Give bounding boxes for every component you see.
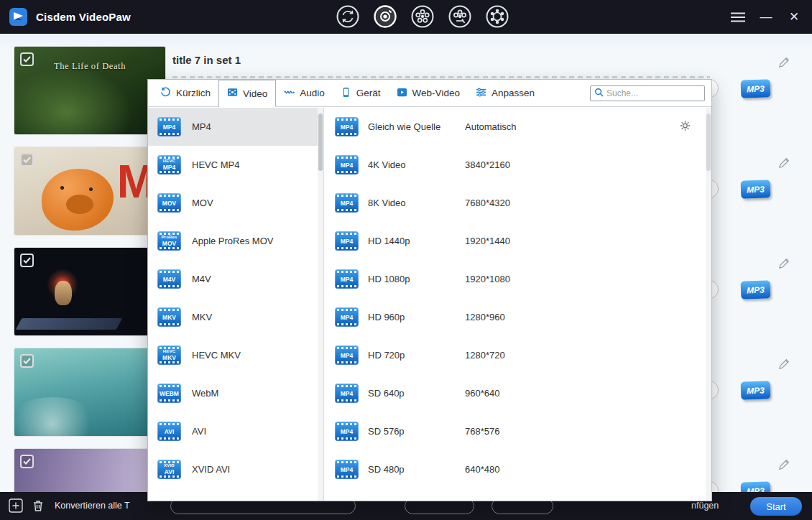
pig-illustration	[42, 169, 114, 231]
format-file-icon: MP4	[335, 345, 359, 365]
resolution-option-720p[interactable]: MP4 HD 720p 1280*720	[324, 336, 711, 374]
scrollbar-track[interactable]	[706, 108, 711, 501]
resolution-option-source[interactable]: MP4 Gleich wie Quelle Automatisch	[324, 108, 711, 146]
container-format-list: MP4 MP4 HEVCMP4 HEVC MP4 MOV MOV ProResM…	[148, 108, 324, 501]
progress-dots	[172, 76, 710, 78]
select-checkbox[interactable]	[20, 354, 34, 368]
format-tab-bar: Kürzlich Video Audio Gerät Web-Video	[148, 80, 711, 107]
format-file-icon: MKV	[157, 307, 181, 327]
format-option-xvid-avi[interactable]: XVIDAVI XVID AVI	[148, 450, 323, 488]
output-format-badge[interactable]: MP3	[741, 381, 771, 399]
tab-video[interactable]: Video	[218, 80, 276, 107]
resolution-option-1080p[interactable]: MP4 HD 1080p 1920*1080	[324, 260, 711, 298]
character-figure	[55, 281, 72, 305]
format-file-icon: HEVCMKV	[157, 345, 181, 365]
app-title: Cisdem VideoPaw	[36, 0, 131, 34]
format-option-mov[interactable]: MOV MOV	[148, 184, 323, 222]
toolbar-mode-icons	[336, 4, 509, 29]
output-format-badge[interactable]: MP3	[741, 180, 771, 198]
video-thumbnail[interactable]	[14, 348, 165, 436]
titlebar: Cisdem VideoPaw	[0, 0, 812, 34]
add-files-label[interactable]: nfügen	[691, 501, 719, 511]
format-file-icon: WEBM	[157, 384, 181, 403]
trash-icon[interactable]	[32, 499, 45, 512]
video-thumbnail[interactable]: M	[14, 147, 165, 235]
audio-icon	[284, 87, 295, 100]
resolution-option-640p[interactable]: MP4 SD 640p 960*640	[324, 374, 711, 412]
format-option-prores-mov[interactable]: ProResMOV Apple ProRes MOV	[148, 222, 323, 260]
format-file-icon: MP4	[335, 422, 359, 441]
settings-gear-icon[interactable]	[679, 119, 691, 134]
edit-pencil-icon[interactable]	[778, 357, 791, 371]
format-lists: MP4 MP4 HEVCMP4 HEVC MP4 MOV MOV ProResM…	[148, 108, 711, 501]
video-thumbnail[interactable]	[14, 248, 165, 335]
tab-anpassen[interactable]: Anpassen	[468, 80, 543, 106]
format-option-mp4[interactable]: MP4 MP4	[148, 108, 323, 146]
edit-pencil-icon[interactable]	[778, 458, 791, 471]
close-button[interactable]: ✕	[786, 9, 802, 25]
select-checkbox[interactable]	[20, 254, 34, 267]
resolution-option-1440p[interactable]: MP4 HD 1440p 1920*1440	[324, 222, 711, 260]
format-file-icon: MP4	[157, 117, 181, 136]
film-reel-dots-icon[interactable]	[485, 4, 509, 29]
scrollbar-thumb[interactable]	[706, 113, 711, 171]
format-option-mkv[interactable]: MKV MKV	[148, 298, 323, 336]
format-file-icon: ProResMOV	[157, 231, 181, 251]
format-file-icon: XVIDAVI	[157, 460, 181, 479]
thumbnail-caption: The Life of Death	[14, 61, 165, 72]
format-file-icon: MP4	[335, 231, 359, 251]
scrollbar-thumb[interactable]	[318, 113, 323, 171]
edit-pencil-icon[interactable]	[778, 256, 791, 270]
select-checkbox[interactable]	[20, 153, 34, 167]
format-option-hevc-mkv[interactable]: HEVCMKV HEVC MKV	[148, 336, 323, 374]
format-file-icon: MP4	[335, 117, 359, 136]
tab-geraet[interactable]: Gerät	[333, 80, 389, 106]
keyboard-illustration	[16, 318, 123, 330]
search-input[interactable]	[606, 88, 701, 98]
scrollbar-track[interactable]	[318, 108, 323, 501]
window-controls: — ✕	[730, 0, 802, 34]
search-box	[590, 85, 705, 101]
output-format-badge[interactable]: MP3	[741, 79, 771, 98]
format-option-avi[interactable]: AVI AVI	[148, 412, 323, 450]
film-reel-badge-icon[interactable]	[448, 4, 472, 29]
menu-hamburger-icon[interactable]	[730, 9, 746, 25]
edit-pencil-icon[interactable]	[778, 156, 791, 170]
sliders-icon	[476, 87, 486, 100]
select-checkbox[interactable]	[20, 52, 34, 66]
format-file-icon: MP4	[335, 269, 359, 289]
film-reel-icon[interactable]	[410, 4, 435, 29]
web-video-icon	[397, 87, 407, 100]
resolution-option-480p[interactable]: MP4 SD 480p 640*480	[324, 450, 711, 488]
edit-pencil-icon[interactable]	[778, 55, 791, 69]
rip-disc-icon[interactable]	[373, 4, 397, 29]
tab-audio[interactable]: Audio	[276, 80, 333, 106]
output-format-panel: Kürzlich Video Audio Gerät Web-Video	[147, 79, 712, 501]
select-checkbox[interactable]	[20, 455, 34, 468]
device-icon	[341, 87, 351, 100]
format-file-icon: MP4	[335, 460, 359, 479]
format-file-icon: MOV	[157, 193, 181, 213]
tab-web-video[interactable]: Web-Video	[389, 80, 468, 106]
resolution-option-576p[interactable]: MP4 SD 576p 768*576	[324, 412, 711, 450]
resolution-option-8k[interactable]: MP4 8K Video 7680*4320	[324, 184, 711, 222]
resolution-option-4k[interactable]: MP4 4K Video 3840*2160	[324, 146, 711, 184]
format-file-icon: AVI	[157, 422, 181, 441]
start-button[interactable]: Start	[750, 497, 802, 516]
convert-icon[interactable]	[336, 4, 360, 29]
format-file-icon: M4V	[157, 269, 181, 289]
convert-all-label: Konvertieren alle T	[55, 501, 130, 511]
format-file-icon: MP4	[335, 193, 359, 213]
format-file-icon: MP4	[335, 384, 359, 403]
format-option-webm[interactable]: WEBM WebM	[148, 374, 323, 412]
minimize-button[interactable]: —	[758, 9, 774, 25]
resolution-option-960p[interactable]: MP4 HD 960p 1280*960	[324, 298, 711, 336]
resolution-list: MP4 Gleich wie Quelle Automatisch MP4 4K…	[324, 108, 711, 501]
video-icon	[227, 87, 238, 100]
format-option-m4v[interactable]: M4V M4V	[148, 260, 323, 298]
tab-kuerzlich[interactable]: Kürzlich	[152, 80, 218, 106]
output-format-badge[interactable]: MP3	[741, 280, 771, 299]
video-thumbnail[interactable]: The Life of Death	[14, 47, 165, 134]
format-option-hevc-mp4[interactable]: HEVCMP4 HEVC MP4	[148, 146, 323, 184]
add-task-icon[interactable]	[9, 498, 23, 513]
